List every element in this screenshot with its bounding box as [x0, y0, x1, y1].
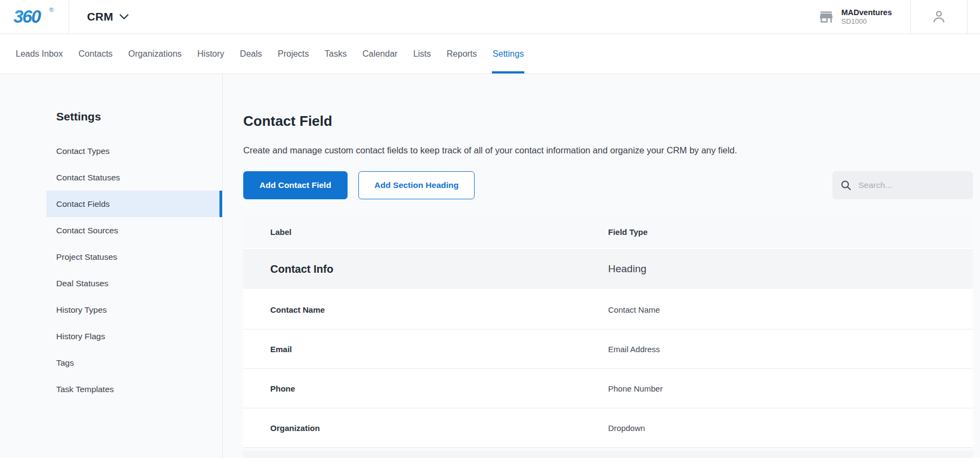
tab-reports[interactable]: Reports: [446, 34, 477, 73]
app-switcher[interactable]: CRM: [87, 10, 129, 23]
page-title: Contact Field: [243, 112, 973, 130]
tab-contacts[interactable]: Contacts: [78, 34, 113, 73]
settings-sidebar: Settings Contact Types Contact Statuses …: [0, 74, 223, 458]
row-field-type: Heading: [608, 263, 973, 275]
tab-leads-inbox[interactable]: Leads Inbox: [15, 34, 63, 73]
sidebar-item-contact-sources[interactable]: Contact Sources: [46, 217, 222, 244]
tab-tasks[interactable]: Tasks: [324, 34, 348, 73]
top-header: 360 ® CRM MADventures SD1000: [0, 0, 980, 34]
chevron-down-icon: [119, 14, 129, 20]
row-label: Organization: [243, 423, 608, 433]
sidebar-item-deal-statuses[interactable]: Deal Statuses: [46, 270, 222, 297]
logo[interactable]: 360 ®: [0, 0, 69, 33]
storefront-icon: [818, 9, 835, 25]
crm-settings-page: 360 ® CRM MADventures SD1000: [0, 0, 980, 458]
sidebar-item-contact-types[interactable]: Contact Types: [46, 138, 222, 164]
sidebar-title: Settings: [56, 110, 222, 124]
module-nav: Leads Inbox Contacts Organizations Histo…: [0, 34, 980, 74]
table-row-section-heading[interactable]: Contact Info Heading: [243, 249, 973, 290]
user-menu-button[interactable]: [911, 0, 967, 33]
add-contact-field-button[interactable]: Add Contact Field: [243, 171, 348, 199]
header-divider: [69, 0, 69, 33]
row-field-type: Dropdown: [608, 423, 973, 433]
column-header-field-type: Field Type: [608, 227, 973, 237]
row-label: Contact Name: [243, 305, 608, 314]
tab-calendar[interactable]: Calendar: [362, 34, 398, 73]
tab-settings[interactable]: Settings: [492, 34, 524, 73]
search-icon: [840, 179, 852, 191]
account-text: MADventures SD1000: [842, 8, 892, 26]
table-row[interactable]: Organization Dropdown: [243, 408, 973, 448]
tab-deals[interactable]: Deals: [239, 34, 263, 73]
main-content: Contact Field Create and manage custom c…: [223, 74, 980, 458]
tab-organizations[interactable]: Organizations: [128, 34, 182, 73]
account-name: MADventures: [842, 8, 892, 17]
table-row-partial: [243, 451, 973, 458]
sidebar-item-project-statuses[interactable]: Project Statuses: [46, 244, 222, 270]
logo-360-icon: 360 ®: [12, 5, 57, 29]
contact-fields-table: Label Field Type Contact Info Heading Co…: [243, 215, 973, 458]
row-label: Contact Info: [243, 263, 608, 275]
sidebar-item-contact-statuses[interactable]: Contact Statuses: [46, 164, 222, 191]
tab-projects[interactable]: Projects: [277, 34, 310, 73]
search-input[interactable]: [858, 180, 965, 190]
page-body: Settings Contact Types Contact Statuses …: [0, 74, 980, 458]
account-id: SD1000: [842, 17, 892, 26]
row-field-type: Contact Name: [608, 305, 973, 314]
sidebar-item-tags[interactable]: Tags: [46, 349, 222, 376]
row-field-type: Phone Number: [608, 384, 973, 393]
sidebar-item-contact-fields[interactable]: Contact Fields: [46, 191, 222, 217]
row-label: Phone: [243, 384, 608, 393]
sidebar-item-task-templates[interactable]: Task Templates: [46, 376, 222, 402]
table-row[interactable]: Phone Phone Number: [243, 369, 973, 408]
account-switcher[interactable]: MADventures SD1000: [818, 8, 892, 26]
column-header-label: Label: [243, 227, 608, 237]
sidebar-item-history-types[interactable]: History Types: [46, 297, 222, 323]
row-field-type: Email Address: [608, 345, 973, 354]
tab-history[interactable]: History: [197, 34, 225, 73]
page-description: Create and manage custom contact fields …: [243, 144, 973, 156]
app-name: CRM: [87, 10, 113, 23]
table-row[interactable]: Email Email Address: [243, 329, 973, 369]
actions-row: Add Contact Field Add Section Heading: [243, 171, 973, 199]
row-label: Email: [243, 345, 608, 354]
table-row[interactable]: Contact Name Contact Name: [243, 290, 973, 329]
table-header-row: Label Field Type: [243, 215, 973, 249]
search-box: [832, 171, 973, 199]
svg-text:360: 360: [14, 6, 42, 26]
svg-text:®: ®: [49, 6, 54, 13]
user-icon: [931, 9, 947, 25]
sidebar-item-history-flags[interactable]: History Flags: [46, 323, 222, 349]
tab-lists[interactable]: Lists: [412, 34, 431, 73]
add-section-heading-button[interactable]: Add Section Heading: [358, 171, 475, 199]
